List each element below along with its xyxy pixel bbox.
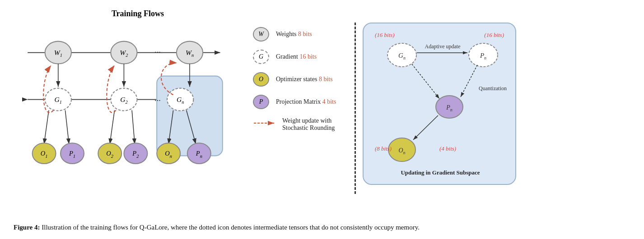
legend-text-w: Weights 8 bits [276, 31, 312, 38]
bits-label-bottom-right: (4 bits) [439, 145, 456, 152]
legend-text-g: Gradient 16 bits [276, 53, 317, 60]
svg-line-56 [461, 65, 477, 97]
bits-label-top-right: (16 bits) [484, 32, 504, 39]
legend-item-dashed: Weight update withStochastic Rounding [253, 117, 348, 132]
caption-text: Illustration of the training flows for Q… [40, 224, 419, 231]
svg-text:···: ··· [154, 47, 161, 57]
svg-text:···: ··· [154, 96, 161, 105]
bits-label-top-left: (16 bits) [375, 32, 395, 39]
bits-label-bottom-left: (8 bits) [375, 145, 392, 152]
legend-node-g: G [253, 50, 269, 64]
svg-text:Updating in Gradient Subspace: Updating in Gradient Subspace [401, 169, 480, 176]
training-flows-section: Training Flows [14, 9, 248, 189]
dotted-divider [355, 23, 356, 194]
legend-text-p: Projection Matrix 4 bits [276, 98, 336, 106]
main-container: Training Flows [0, 0, 644, 239]
svg-text:Quantization: Quantization [479, 85, 507, 92]
svg-line-55 [412, 64, 439, 99]
legend-node-p: P [253, 95, 269, 109]
legend-item-o: O Optimizer states 8 bits [253, 72, 348, 87]
caption-label: Figure 4: [14, 224, 40, 231]
svg-line-23 [110, 110, 114, 144]
right-diagram-svg: Gn Pn Pn On Adaptive update [364, 23, 517, 186]
training-flows-title: Training Flows [27, 9, 248, 18]
svg-line-24 [132, 110, 135, 144]
svg-line-22 [65, 110, 69, 144]
legend-node-o: O [253, 72, 269, 87]
diagram-row: Training Flows [14, 9, 630, 216]
legend-item-p: P Projection Matrix 4 bits [253, 95, 348, 109]
flows-diagram: W1 W2 Wn G1 G2 [14, 23, 248, 185]
legend-section: W Weights 8 bits G Gradient 16 bits O Op… [248, 9, 348, 132]
svg-line-58 [413, 115, 438, 140]
legend-item-w: W Weights 8 bits [253, 27, 348, 41]
legend-item-g: G Gradient 16 bits [253, 50, 348, 64]
dashed-arrow-icon [253, 119, 275, 129]
figure-caption: Figure 4: Illustration of the training f… [14, 222, 420, 233]
legend-text-dashed: Weight update withStochastic Rounding [282, 117, 335, 132]
legend-text-o: Optimizer states 8 bits [276, 76, 333, 83]
svg-text:Adaptive update: Adaptive update [425, 43, 461, 50]
flows-svg: W1 W2 Wn G1 G2 [14, 23, 248, 185]
right-diagram-box: (16 bits) (16 bits) (8 bits) (4 bits) [363, 23, 516, 185]
svg-line-21 [44, 110, 49, 144]
legend-node-w: W [253, 27, 269, 41]
gradient-subspace-section: (16 bits) (16 bits) (8 bits) (4 bits) [363, 9, 630, 189]
